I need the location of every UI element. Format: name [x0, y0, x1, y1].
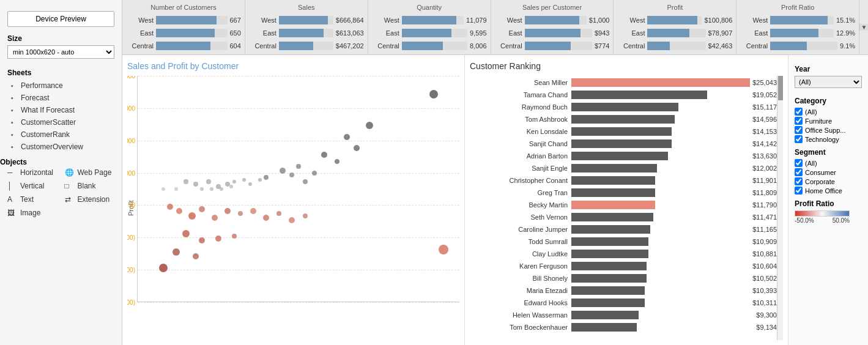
scatter-dot-7[interactable]	[296, 164, 301, 169]
scatter-dot-5[interactable]	[335, 159, 339, 164]
ranking-scroll-thumb[interactable]	[778, 76, 783, 100]
ranking-scrollbar[interactable]	[777, 76, 783, 340]
scatter-dot-25[interactable]	[174, 187, 178, 191]
obj-blank[interactable]: □Blank	[62, 180, 117, 192]
obj-text[interactable]: AText	[5, 193, 60, 206]
category-checkbox-3[interactable]	[795, 135, 803, 143]
scatter-dot-6[interactable]	[280, 168, 286, 174]
topbar-bar-label-2-2: Central	[372, 42, 399, 50]
sidebar-sheet-customerscatter[interactable]: ▪CustomerScatter	[0, 116, 122, 128]
topbar-bar-fill-0-2	[156, 42, 210, 50]
sidebar-sheet-customerrank[interactable]: ▪CustomerRank	[0, 128, 122, 141]
scatter-dot-4[interactable]	[321, 152, 327, 158]
scatter-dot-40[interactable]	[199, 237, 205, 243]
scatter-dot-21[interactable]	[200, 187, 204, 191]
scatter-dot-9[interactable]	[264, 175, 269, 180]
scatter-dot-0[interactable]	[429, 90, 438, 98]
segment-checkbox-2[interactable]	[795, 177, 803, 185]
sidebar-sheet-whatifforecast[interactable]: ▪What If Forecast	[0, 104, 122, 116]
scatter-dot-10[interactable]	[289, 172, 294, 177]
scatter-dot-11[interactable]	[303, 179, 308, 184]
segment-checkbox-3[interactable]	[795, 187, 803, 195]
scatter-dot-46[interactable]	[439, 245, 448, 254]
ranking-row-16: Bill Shonely $10,502	[470, 273, 777, 284]
device-preview-button[interactable]: Device Preview	[7, 11, 114, 27]
topbar-col-header-5: Profit Ratio	[740, 4, 855, 11]
scatter-grid-line-7	[138, 302, 459, 303]
scatter-dot-12[interactable]	[184, 179, 188, 184]
scatter-dot-23[interactable]	[220, 187, 223, 191]
scatter-dot-39[interactable]	[182, 230, 190, 237]
obj-horizontal[interactable]: ─Horizontal	[5, 166, 60, 179]
scatter-dot-44[interactable]	[193, 253, 199, 259]
segment-checkbox-1[interactable]	[795, 168, 803, 176]
ranking-row-2: Raymond Buch $15,117	[470, 102, 777, 113]
scatter-dot-8[interactable]	[312, 171, 317, 176]
obj-vertical[interactable]: │Vertical	[5, 180, 60, 192]
sidebar-sheet-forecast[interactable]: ▪Forecast	[0, 92, 122, 104]
obj-webpage[interactable]: 🌐Web Page	[62, 166, 117, 179]
scatter-dot-34[interactable]	[250, 208, 256, 214]
scatter-dot-19[interactable]	[248, 182, 252, 186]
obj-icon-text: A	[7, 195, 17, 204]
scatter-dot-3[interactable]	[354, 145, 360, 151]
scatter-dot-37[interactable]	[289, 217, 295, 223]
scatter-title: Sales and Profit by Customer	[127, 61, 459, 71]
obj-extension[interactable]: ⇄Extension	[62, 193, 117, 206]
scatter-dot-13[interactable]	[193, 182, 198, 187]
scatter-dot-30[interactable]	[199, 206, 205, 212]
scatter-dot-27[interactable]	[167, 204, 173, 210]
scatter-dot-32[interactable]	[224, 208, 231, 214]
category-filter-label: Category	[795, 97, 862, 105]
ranking-bar-container-3	[571, 115, 750, 124]
ranking-name-20: Tom Boeckenhauer	[470, 324, 568, 331]
topbar-col-header-4: Profit	[617, 4, 732, 11]
topbar-bar-fill-3-1	[525, 29, 581, 37]
scatter-dot-43[interactable]	[172, 248, 180, 256]
sidebar-sheet-customeroverview[interactable]: ▪CustomerOverview	[0, 141, 122, 153]
scatter-dot-26[interactable]	[161, 187, 165, 191]
obj-image[interactable]: 🖼Image	[5, 207, 60, 219]
scatter-dot-35[interactable]	[263, 215, 269, 221]
category-checkbox-2[interactable]	[795, 126, 803, 134]
year-filter-select[interactable]: (All)	[795, 76, 862, 88]
obj-label-horizontal: Horizontal	[20, 168, 53, 177]
scatter-dot-28[interactable]	[176, 208, 182, 214]
scatter-dot-42[interactable]	[232, 234, 237, 239]
ranking-value-12: $11,165	[752, 226, 777, 233]
sheets-list: ▪Performance▪Forecast▪What If Forecast▪C…	[0, 80, 122, 153]
scatter-dot-14[interactable]	[206, 179, 211, 184]
scatter-y-tick-2: $4,000	[127, 137, 135, 144]
scatter-dot-20[interactable]	[258, 178, 262, 182]
topbar-bar-value-3-2: $774	[595, 42, 609, 50]
scatter-dot-17[interactable]	[232, 180, 236, 184]
segment-checkbox-0[interactable]	[795, 159, 803, 167]
category-checkbox-0[interactable]	[795, 108, 803, 116]
scatter-dot-45[interactable]	[159, 264, 168, 272]
topbar-bar-value-3-1: $943	[595, 29, 609, 37]
ranking-row-0: Sean Miller $25,043	[470, 77, 777, 88]
scatter-dot-33[interactable]	[238, 211, 243, 216]
sheet-label-customeroverview: CustomerOverview	[21, 143, 83, 151]
scatter-dot-18[interactable]	[242, 178, 246, 182]
scatter-dot-38[interactable]	[303, 213, 308, 218]
scatter-dot-41[interactable]	[215, 236, 221, 242]
scatter-body: Profit $8,000$6,000$4,000$2,000$0($2,000…	[127, 76, 459, 340]
scatter-dot-24[interactable]	[229, 185, 233, 188]
ranking-bar-14	[571, 250, 648, 258]
size-select[interactable]: min 1000x620 - auto	[7, 45, 114, 59]
scatter-dot-22[interactable]	[210, 187, 213, 191]
scroll-down-arrow[interactable]: ▼	[861, 24, 867, 31]
topbar-scroll[interactable]: ▼	[859, 24, 868, 31]
ranking-name-4: Ken Lonsdale	[470, 128, 568, 135]
scatter-dot-31[interactable]	[212, 215, 218, 221]
sidebar-sheet-performance[interactable]: ▪Performance	[0, 80, 122, 92]
scatter-dot-2[interactable]	[344, 134, 350, 140]
scatter-dot-1[interactable]	[366, 122, 373, 129]
obj-icon-webpage: 🌐	[65, 168, 75, 177]
topbar-bar-row-3-0: West $1,000	[495, 16, 610, 24]
sheet-label-whatifforecast: What If Forecast	[21, 106, 75, 114]
category-checkbox-1[interactable]	[795, 117, 803, 125]
scatter-dot-36[interactable]	[276, 211, 281, 216]
scatter-dot-29[interactable]	[188, 212, 196, 220]
